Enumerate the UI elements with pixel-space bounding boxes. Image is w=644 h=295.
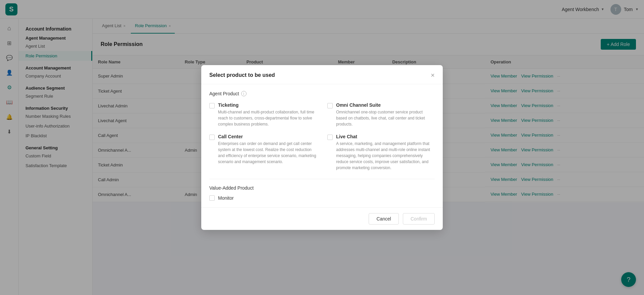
modal-title: Select product to be used	[209, 72, 275, 78]
modal: Select product to be used × Agent Produc…	[201, 65, 443, 230]
cancel-button[interactable]: Cancel	[369, 213, 399, 225]
modal-header: Select product to be used ×	[201, 65, 443, 84]
value-added-checkbox-monitor[interactable]	[209, 195, 215, 201]
modal-overlay[interactable]: Select product to be used × Agent Produc…	[0, 0, 644, 295]
value-added-section: Value-Added Product Monitor	[209, 179, 435, 201]
product-checkbox-live-chat[interactable]	[327, 135, 333, 140]
modal-close-button[interactable]: ×	[431, 72, 435, 79]
product-info-call-center: Call Center Enterprises can order on dem…	[218, 134, 317, 165]
product-info-omni-channel-suite: Omni Channel Suite Omnichannel one-stop …	[336, 102, 435, 127]
modal-body: Agent Product i Ticketing Multi-channel …	[201, 84, 443, 207]
product-desc-ticketing: Multi-channel and multi-product collabor…	[218, 109, 317, 127]
product-item-call-center: Call Center Enterprises can order on dem…	[209, 134, 317, 171]
value-added-products: Monitor	[209, 195, 435, 201]
product-item-ticketing: Ticketing Multi-channel and multi-produc…	[209, 102, 317, 127]
product-desc-live-chat: A service, marketing, and management pla…	[336, 141, 435, 171]
products-grid: Ticketing Multi-channel and multi-produc…	[209, 102, 435, 171]
product-checkbox-ticketing[interactable]	[209, 103, 215, 108]
product-desc-call-center: Enterprises can order on demand and get …	[218, 141, 317, 165]
product-name-live-chat: Live Chat	[336, 134, 435, 139]
info-icon[interactable]: i	[241, 91, 247, 96]
modal-footer: Cancel Confirm	[201, 207, 443, 230]
value-added-label: Value-Added Product	[209, 185, 435, 191]
product-item-live-chat: Live Chat A service, marketing, and mana…	[327, 134, 435, 171]
product-info-live-chat: Live Chat A service, marketing, and mana…	[336, 134, 435, 171]
product-name-ticketing: Ticketing	[218, 102, 317, 108]
product-info-ticketing: Ticketing Multi-channel and multi-produc…	[218, 102, 317, 127]
product-name-call-center: Call Center	[218, 134, 317, 139]
product-item-omni-channel-suite: Omni Channel Suite Omnichannel one-stop …	[327, 102, 435, 127]
agent-product-section: Agent Product i Ticketing Multi-channel …	[209, 91, 435, 171]
product-checkbox-call-center[interactable]	[209, 135, 215, 140]
product-name-omni-channel-suite: Omni Channel Suite	[336, 102, 435, 108]
product-checkbox-omni-channel-suite[interactable]	[327, 103, 333, 108]
confirm-button[interactable]: Confirm	[403, 213, 435, 225]
value-added-name-monitor: Monitor	[218, 195, 234, 201]
value-added-item-monitor: Monitor	[209, 195, 435, 201]
agent-product-label: Agent Product i	[209, 91, 435, 96]
product-desc-omni-channel-suite: Omnichannel one-stop customer service pr…	[336, 109, 435, 127]
